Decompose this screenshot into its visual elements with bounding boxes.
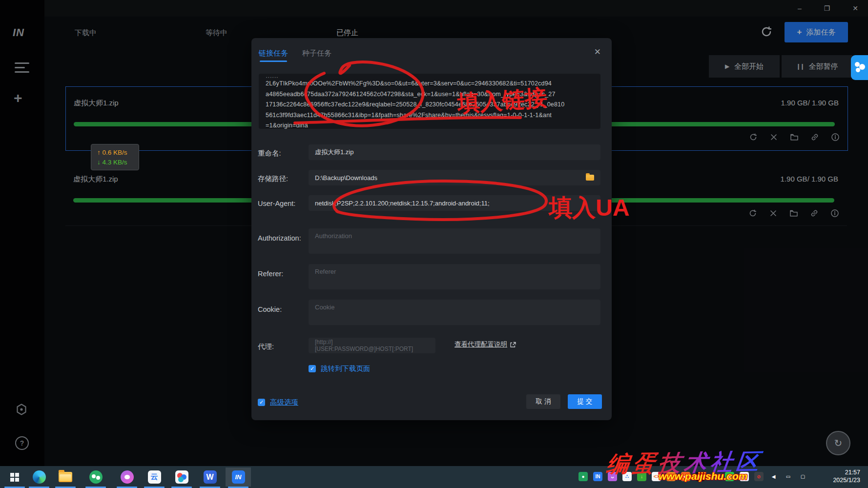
- taskbar-start[interactable]: [2, 468, 27, 487]
- tray-windows-copy[interactable]: ❐: [710, 472, 720, 481]
- tray-wechat[interactable]: ●: [725, 472, 734, 481]
- url-textarea[interactable]: ······ 2L6yTIkPko4mr0OOe%2FbWt%2Fg%3D&so…: [259, 74, 600, 129]
- authorization-input[interactable]: Authorization: [309, 228, 600, 254]
- tray-code-app[interactable]: <>: [652, 472, 661, 481]
- cancel-button[interactable]: 取 消: [526, 394, 560, 409]
- tray-idm[interactable]: ↓: [637, 472, 646, 481]
- tray-in-app[interactable]: IN: [593, 472, 602, 481]
- proxy-help-link[interactable]: 查看代理配置说明: [455, 340, 516, 349]
- add-task-dialog: 链接任务 种子任务 ✕ ······ 2L6yTIkPko4mr0OOe%2Fb…: [251, 38, 612, 420]
- cookie-label: Cookie:: [258, 305, 282, 313]
- taskbar-explorer[interactable]: [53, 468, 78, 487]
- tray-battery[interactable]: ▭: [784, 472, 793, 481]
- checkbox-checked-icon[interactable]: ✓: [309, 365, 316, 372]
- url-line: a4865eeadb6c75daa372a79246124562c047298&…: [266, 89, 594, 100]
- tab-link-task[interactable]: 链接任务: [259, 49, 288, 58]
- speed-tooltip: ↑ 0.6 KB/s ↓ 4.3 KB/s: [91, 144, 139, 170]
- taskbar-cat-app[interactable]: [114, 468, 140, 487]
- windows-logo-icon: [10, 473, 19, 482]
- tab-torrent-task[interactable]: 种子任务: [302, 49, 331, 58]
- taskbar-cloud-app[interactable]: 云: [142, 468, 167, 487]
- screen: – ❐ ✕ 下载中 等待中 已停止 + 添加任务 ▶ 全部开始 ❙❙ 全部暂停 …: [0, 0, 868, 488]
- cat-app-icon: [121, 470, 134, 484]
- proxy-input[interactable]: [http://][USER:PASSWORD@]HOST[:PORT]: [309, 338, 435, 353]
- jump-to-page-option[interactable]: ✓ 跳转到下载页面: [309, 364, 371, 373]
- submit-button[interactable]: 提 交: [568, 394, 602, 409]
- tray-security[interactable]: ◆: [681, 472, 690, 481]
- user-agent-input[interactable]: netdisk;P2SP;2.2.101.200;netdisk;12.15.7…: [309, 195, 600, 211]
- wechat-icon: [89, 470, 103, 484]
- tray-netdisk[interactable]: ∴: [622, 472, 632, 481]
- url-line: 561c3f9fd3aec11d47b55866c31&ibp=1&fpath=…: [266, 110, 594, 121]
- cloud-drive-icon: 云: [148, 470, 161, 484]
- download-arrow-icon: ↓: [97, 159, 101, 166]
- tray-window-app[interactable]: ▬: [666, 472, 676, 481]
- tray-blocked-screen[interactable]: ⊘: [754, 472, 764, 481]
- user-agent-label: User-Agent:: [258, 200, 295, 207]
- netdisk-icon: [175, 470, 188, 484]
- url-line: 17136c2264c8e6956ffc37edc122e9&reqlabel=…: [266, 100, 594, 110]
- path-input[interactable]: D:\Backup\Downloads: [309, 170, 600, 185]
- tray-cat-app[interactable]: ᴗ: [608, 472, 617, 481]
- taskbar-in-downloader[interactable]: IN: [226, 468, 251, 487]
- taskbar-word[interactable]: W: [197, 468, 223, 487]
- in-downloader-icon: IN: [232, 470, 245, 484]
- clock-date: 2025/1/23: [833, 476, 860, 484]
- checkbox-checked-icon[interactable]: ✓: [258, 399, 265, 406]
- upload-arrow-icon: ↑: [97, 149, 101, 156]
- rename-input[interactable]: 虚拟大师1.zip: [309, 144, 600, 160]
- edge-icon: [33, 470, 46, 484]
- taskbar-clock[interactable]: 21:57 2025/1/23: [833, 468, 860, 484]
- tray-recorder[interactable]: ●: [579, 472, 588, 481]
- jump-to-page-label: 跳转到下载页面: [321, 364, 371, 373]
- tray-cloud[interactable]: 云: [740, 472, 749, 481]
- tray-volume[interactable]: ◀: [769, 472, 778, 481]
- folder-picker-icon[interactable]: [586, 175, 594, 181]
- taskbar-edge[interactable]: [26, 468, 52, 487]
- tray-monitor[interactable]: ▢: [798, 472, 807, 481]
- dialog-close-icon[interactable]: ✕: [594, 47, 601, 57]
- windows-taskbar: 云 W IN ●INᴗ∴↓<>▬◆▶❐●云⊘◀▭▢ 21:57 2025/1/2…: [0, 466, 868, 488]
- referer-label: Referer:: [258, 270, 283, 278]
- authorization-label: Authorization:: [258, 234, 301, 242]
- tray-media-app[interactable]: ▶: [696, 472, 705, 481]
- external-link-icon: [510, 342, 516, 348]
- upload-speed: 0.6 KB/s: [103, 149, 127, 156]
- referer-input[interactable]: Referer: [309, 264, 600, 289]
- explorer-folder-icon: [59, 472, 72, 482]
- advanced-options-toggle[interactable]: ✓ 高级选项: [258, 398, 298, 407]
- rename-label: 重命名:: [258, 149, 281, 158]
- download-speed: 4.3 KB/s: [103, 159, 127, 166]
- floating-spinner-button[interactable]: ↻: [826, 431, 850, 455]
- tray-icons: ●INᴗ∴↓<>▬◆▶❐●云⊘◀▭▢: [579, 472, 807, 481]
- clock-time: 21:57: [833, 468, 860, 476]
- path-label: 存储路径:: [258, 174, 288, 183]
- cookie-input[interactable]: Cookie: [309, 300, 600, 325]
- taskbar-netdisk[interactable]: [169, 468, 194, 487]
- proxy-label: 代理:: [258, 342, 274, 351]
- word-icon: W: [204, 470, 217, 484]
- advanced-options-label: 高级选项: [270, 398, 298, 407]
- netdisk-fab[interactable]: [851, 55, 868, 80]
- taskbar-wechat[interactable]: [83, 468, 108, 487]
- url-line: 2L6yTIkPko4mr0OOe%2FbWt%2Fg%3D&so=0&ut=6…: [266, 79, 594, 89]
- url-line: =1&origin=dlna: [266, 121, 594, 129]
